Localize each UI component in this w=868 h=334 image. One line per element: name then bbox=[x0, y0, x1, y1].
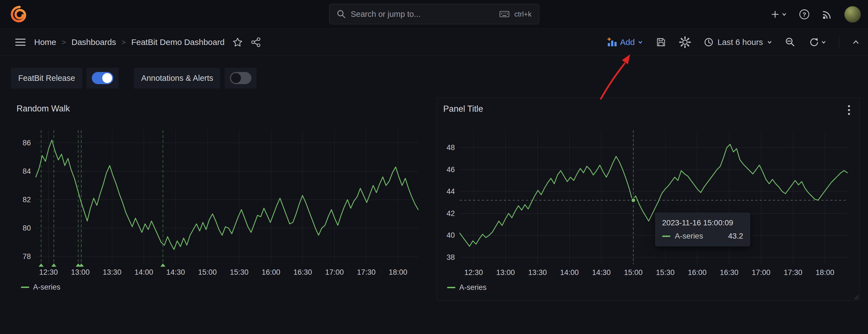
hamburger-icon bbox=[14, 37, 27, 48]
breadcrumb-home[interactable]: Home bbox=[34, 37, 56, 47]
toolbar-divider bbox=[839, 36, 839, 48]
svg-text:12:30: 12:30 bbox=[39, 268, 58, 276]
svg-text:14:00: 14:00 bbox=[134, 268, 153, 276]
new-menu-button[interactable] bbox=[771, 10, 787, 19]
svg-text:86: 86 bbox=[23, 139, 31, 147]
clock-icon bbox=[704, 37, 714, 47]
svg-text:80: 80 bbox=[23, 224, 31, 232]
gear-icon bbox=[679, 36, 691, 48]
svg-text:16:30: 16:30 bbox=[720, 268, 739, 277]
user-avatar[interactable] bbox=[844, 6, 861, 23]
dashboard-toolbar: Home > Dashboards > FeatBit Demo Dashboa… bbox=[0, 29, 868, 56]
svg-text:15:30: 15:30 bbox=[230, 268, 249, 276]
svg-text:14:30: 14:30 bbox=[166, 268, 185, 276]
chevron-down-icon bbox=[767, 39, 772, 45]
svg-text:15:00: 15:00 bbox=[624, 268, 643, 277]
add-panel-button[interactable]: Add bbox=[607, 37, 643, 48]
annotations-alerts-toggle[interactable] bbox=[230, 72, 251, 84]
tooltip-series-row: A-series 43.2 bbox=[662, 232, 743, 241]
top-header: Search or jump to... ctrl+k bbox=[0, 0, 868, 29]
svg-text:78: 78 bbox=[23, 252, 31, 261]
svg-text:16:30: 16:30 bbox=[293, 268, 312, 276]
svg-text:38: 38 bbox=[446, 253, 455, 262]
search-shortcut: ctrl+k bbox=[514, 10, 532, 19]
chart-tooltip: 2023-11-16 15:00:09 A-series 43.2 bbox=[655, 213, 750, 246]
panel-title: Random Walk bbox=[17, 104, 70, 114]
breadcrumb-separator: > bbox=[122, 38, 126, 47]
svg-text:16:00: 16:00 bbox=[261, 268, 280, 276]
svg-text:40: 40 bbox=[446, 231, 455, 239]
nav-left: Home > Dashboards > FeatBit Demo Dashboa… bbox=[0, 37, 261, 48]
news-button[interactable] bbox=[822, 9, 833, 20]
annotations-alerts-label: Annotations & Alerts bbox=[134, 67, 220, 89]
rss-icon bbox=[822, 9, 833, 20]
svg-text:13:30: 13:30 bbox=[103, 268, 122, 276]
legend-item[interactable]: A-series bbox=[447, 283, 487, 292]
time-range-label: Last 6 hours bbox=[717, 37, 763, 47]
svg-text:17:30: 17:30 bbox=[357, 268, 376, 276]
share-icon bbox=[251, 37, 261, 48]
favorite-button[interactable] bbox=[232, 37, 243, 47]
svg-text:13:00: 13:00 bbox=[496, 268, 515, 277]
svg-text:42: 42 bbox=[446, 209, 455, 218]
search-placeholder: Search or jump to... bbox=[351, 10, 495, 19]
svg-text:18:00: 18:00 bbox=[816, 268, 834, 277]
legend-series-marker bbox=[447, 287, 455, 288]
zoom-out-button[interactable] bbox=[785, 37, 796, 48]
featbit-release-label: FeatBit Release bbox=[11, 67, 82, 89]
svg-text:84: 84 bbox=[23, 167, 31, 175]
chevron-down-icon bbox=[638, 39, 643, 45]
zoom-out-icon bbox=[785, 37, 796, 48]
svg-text:17:00: 17:00 bbox=[325, 268, 344, 276]
panel-title-chart[interactable]: 12:3013:0013:3014:0014:3015:0015:3016:00… bbox=[437, 122, 860, 287]
breadcrumb-dashboards[interactable]: Dashboards bbox=[71, 37, 116, 47]
header-actions: ? bbox=[771, 0, 861, 29]
svg-text:13:00: 13:00 bbox=[71, 268, 90, 276]
help-button[interactable]: ? bbox=[799, 8, 810, 20]
refresh-icon bbox=[808, 37, 819, 48]
breadcrumb-current: FeatBit Demo Dashboard bbox=[131, 37, 225, 47]
grafana-logo-icon[interactable] bbox=[10, 5, 28, 23]
svg-text:17:00: 17:00 bbox=[752, 268, 770, 277]
svg-text:16:00: 16:00 bbox=[688, 268, 707, 277]
chevron-down-icon bbox=[821, 39, 826, 45]
save-dashboard-button[interactable] bbox=[656, 37, 666, 48]
random-walk-chart[interactable]: 12:3013:0013:3014:0014:3015:0015:3016:00… bbox=[11, 121, 430, 287]
refresh-interval-dropdown[interactable] bbox=[821, 39, 826, 45]
plus-icon bbox=[771, 10, 779, 19]
svg-text:44: 44 bbox=[446, 187, 455, 195]
svg-text:48: 48 bbox=[446, 144, 455, 152]
refresh-group bbox=[808, 37, 826, 48]
refresh-button[interactable] bbox=[808, 37, 819, 48]
svg-text:82: 82 bbox=[23, 195, 31, 204]
tooltip-series-value: 43.2 bbox=[728, 232, 743, 241]
legend-series-label: A-series bbox=[33, 283, 60, 292]
grafana-dashboard: Search or jump to... ctrl+k bbox=[0, 0, 868, 334]
help-icon: ? bbox=[799, 8, 810, 20]
add-label: Add bbox=[620, 37, 635, 47]
panel-menu-button[interactable] bbox=[843, 103, 855, 117]
collapse-toolbar-button[interactable] bbox=[852, 39, 860, 45]
menu-toggle-button[interactable] bbox=[14, 37, 27, 48]
panel-resize-handle[interactable] bbox=[854, 294, 859, 300]
annotations-alerts-control: Annotations & Alerts bbox=[134, 67, 257, 89]
featbit-release-toggle-box bbox=[87, 67, 119, 89]
legend-item[interactable]: A-series bbox=[21, 283, 60, 292]
dashboard-settings-button[interactable] bbox=[679, 36, 691, 48]
search-input[interactable]: Search or jump to... ctrl+k bbox=[329, 4, 539, 24]
chevron-down-icon bbox=[781, 11, 787, 17]
svg-text:13:30: 13:30 bbox=[528, 268, 547, 277]
dashboard-submenu: FeatBit Release Annotations & Alerts bbox=[11, 67, 257, 89]
panel-random-walk: Random Walk 12:3013:0013:3014:0014:3015:… bbox=[11, 98, 430, 301]
star-icon bbox=[232, 37, 243, 47]
breadcrumb-separator: > bbox=[62, 38, 66, 47]
svg-text:46: 46 bbox=[446, 165, 455, 174]
share-button[interactable] bbox=[251, 37, 261, 48]
keyboard-icon bbox=[499, 10, 509, 18]
panel-title-panel: Panel Title 12:3013:0013:3014:0014:3015:… bbox=[437, 98, 860, 301]
save-icon bbox=[656, 37, 666, 48]
tooltip-series-name: A-series bbox=[675, 232, 703, 241]
featbit-release-toggle[interactable] bbox=[92, 72, 113, 84]
legend-series-marker bbox=[21, 286, 29, 288]
time-range-picker[interactable]: Last 6 hours bbox=[704, 37, 772, 47]
